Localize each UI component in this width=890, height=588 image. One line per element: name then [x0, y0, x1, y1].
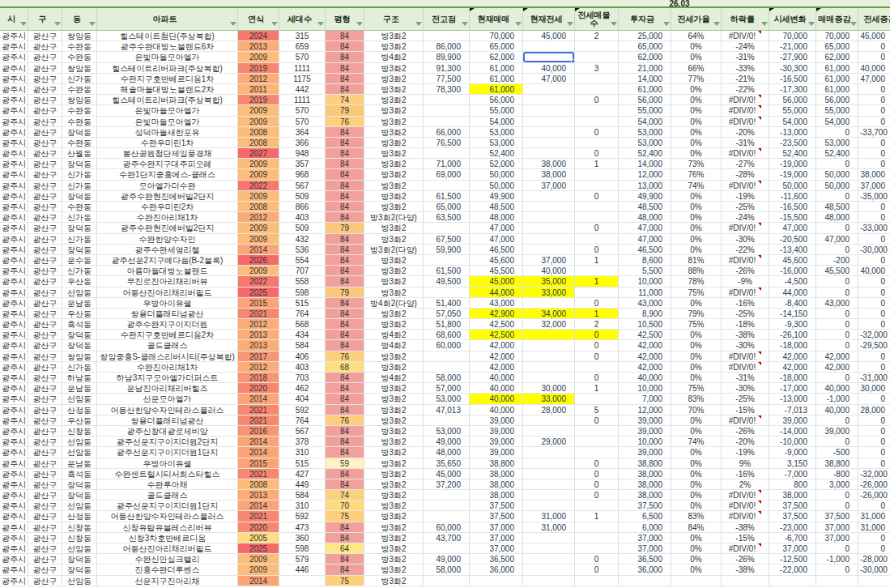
cell-count[interactable] [575, 212, 619, 223]
cell-jeonse_chg[interactable]: 0 [858, 212, 890, 223]
cell-units[interactable]: 570 [279, 117, 326, 127]
cell-invest[interactable]: 55,000 [619, 105, 671, 116]
cell-change[interactable]: -13,000 [769, 394, 816, 404]
cell-sale_chg[interactable]: 0 [816, 319, 858, 330]
cell-sale_chg[interactable]: 39,000 [816, 426, 858, 437]
cell-size[interactable]: 84 [326, 405, 364, 415]
cell-invest[interactable]: 12,000 [619, 405, 671, 415]
cell-sale[interactable]: 38,000 [470, 490, 523, 501]
cell-change[interactable]: -23,500 [769, 138, 816, 148]
cell-sale[interactable]: 61,000 [470, 74, 523, 84]
cell-year[interactable]: 2016 [238, 426, 279, 437]
cell-jeonse_chg[interactable]: 0 [858, 533, 890, 543]
cell-jeonse_chg[interactable]: 0 [858, 458, 890, 469]
cell-layout[interactable]: 방3화2 [364, 138, 424, 148]
cell-invest[interactable]: 48,500 [619, 202, 671, 212]
cell-year[interactable]: 2014 [238, 245, 279, 255]
cell-layout[interactable]: 방4화2 [364, 330, 424, 340]
cell-units[interactable]: 378 [279, 437, 326, 447]
cell-drop[interactable]: -26% [722, 426, 769, 437]
cell-ratio[interactable]: 0% [671, 426, 722, 437]
cell-layout[interactable]: 방3화2 [364, 181, 424, 191]
cell-sale_chg[interactable]: 43,000 [816, 298, 858, 309]
cell-sale_chg[interactable]: 55,000 [816, 105, 858, 116]
cell-dong[interactable]: 신가동 [62, 169, 97, 180]
cell-drop[interactable]: -22% [722, 245, 769, 255]
cell-peak[interactable]: 58,000 [424, 373, 470, 383]
cell-sale[interactable]: 37,000 [470, 543, 523, 554]
cell-dong[interactable]: 선암동 [62, 394, 97, 404]
cell-gu[interactable]: 광산구 [28, 255, 62, 266]
cell-apt[interactable]: 선운지구진아리채 [97, 576, 238, 586]
cell-layout[interactable]: 방3화2 [364, 565, 424, 575]
cell-layout[interactable]: 방3화2 [364, 127, 424, 138]
cell-invest[interactable]: 54,000 [619, 117, 671, 127]
cell-dong[interactable]: 장덕동 [62, 565, 97, 575]
cell-year[interactable]: 2015 [238, 458, 279, 469]
cell-gu[interactable]: 광산구 [28, 202, 62, 212]
cell-sale_chg[interactable]: 0 [816, 565, 858, 575]
cell-peak[interactable] [424, 105, 470, 116]
cell-layout[interactable]: 방3화2 [364, 415, 424, 426]
cell-sale[interactable]: 48,000 [470, 212, 523, 223]
cell-drop[interactable]: -26% [722, 554, 769, 565]
cell-jeonse_chg[interactable]: 0 [858, 255, 890, 266]
cell-jeonse[interactable] [523, 426, 575, 437]
cell-gu[interactable]: 광산구 [28, 181, 62, 191]
cell-ratio[interactable]: 78% [671, 276, 722, 287]
cell-sale_chg[interactable]: 0 [816, 415, 858, 426]
cell-apt[interactable]: 광주선운지구이지더원2단지 [97, 437, 238, 447]
cell-sale_chg[interactable]: 37,000 [816, 533, 858, 543]
cell-size[interactable]: 84 [326, 426, 364, 437]
cell-drop[interactable]: -22% [722, 84, 769, 95]
cell-sale_chg[interactable]: 62,000 [816, 52, 858, 62]
cell-size[interactable]: 84 [326, 479, 364, 490]
cell-si[interactable]: 광주시 [0, 319, 28, 330]
cell-dong[interactable]: 쌍암동 [62, 352, 97, 362]
cell-sale[interactable]: 52,000 [470, 159, 523, 169]
cell-size[interactable]: 79 [326, 105, 364, 116]
cell-apt[interactable]: 우방아이유쉘 [97, 458, 238, 469]
cell-layout[interactable]: 방3화2 [364, 458, 424, 469]
cell-layout[interactable]: 방3화2 [364, 522, 424, 533]
cell-count[interactable]: 0 [575, 415, 619, 426]
cell-size[interactable]: 84 [326, 319, 364, 330]
cell-change[interactable]: 3,150 [769, 458, 816, 469]
cell-change[interactable]: -9,300 [769, 319, 816, 330]
cell-count[interactable]: 2 [575, 319, 619, 330]
cell-apt[interactable]: 은빛마을모아엘가 [97, 105, 238, 116]
cell-sale[interactable]: 61,000 [470, 84, 523, 95]
cell-year[interactable]: 2021 [238, 405, 279, 415]
cell-jeonse[interactable] [523, 138, 575, 148]
cell-invest[interactable]: 42,000 [619, 352, 671, 362]
cell-dong[interactable]: 운남동 [62, 458, 97, 469]
cell-units[interactable]: 554 [279, 255, 326, 266]
cell-count[interactable] [575, 117, 619, 127]
cell-year[interactable]: 2014 [238, 501, 279, 511]
cell-apt[interactable]: 골드클래스 [97, 490, 238, 501]
cell-sale[interactable]: 56,000 [470, 95, 523, 105]
cell-si[interactable]: 광주시 [0, 383, 28, 394]
cell-jeonse_chg[interactable]: 0 [858, 447, 890, 458]
cell-sale[interactable]: 45,500 [470, 266, 523, 276]
cell-invest[interactable]: 42,000 [619, 340, 671, 351]
cell-units[interactable]: 584 [279, 490, 326, 501]
column-header-units[interactable]: 세대수 [279, 8, 326, 31]
cell-jeonse[interactable]: 33,000 [523, 394, 575, 404]
cell-peak[interactable]: 45,000 [424, 469, 470, 479]
cell-peak[interactable]: 91,300 [424, 63, 470, 74]
cell-count[interactable] [575, 266, 619, 276]
cell-si[interactable]: 광주시 [0, 352, 28, 362]
cell-gu[interactable]: 광산구 [28, 340, 62, 351]
cell-sale[interactable]: 39,000 [470, 415, 523, 426]
cell-sale_chg[interactable]: 0 [816, 159, 858, 169]
cell-units[interactable]: 570 [279, 105, 326, 116]
cell-size[interactable]: 84 [326, 169, 364, 180]
cell-sale[interactable]: 37,500 [470, 511, 523, 522]
cell-dong[interactable]: 흑석동 [62, 319, 97, 330]
cell-layout[interactable]: 방3화2 [364, 191, 424, 202]
cell-invest[interactable]: 56,000 [619, 95, 671, 105]
cell-si[interactable]: 광주시 [0, 191, 28, 202]
cell-dong[interactable]: 장덕동 [62, 340, 97, 351]
cell-drop[interactable]: -15% [722, 533, 769, 543]
